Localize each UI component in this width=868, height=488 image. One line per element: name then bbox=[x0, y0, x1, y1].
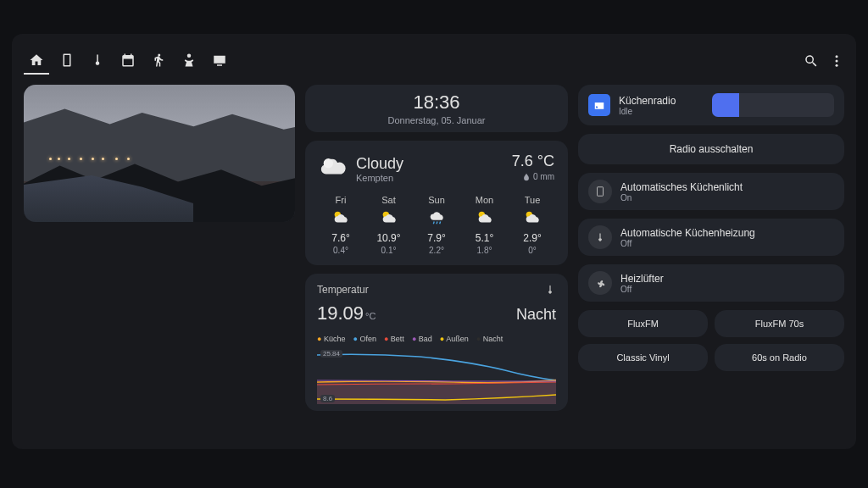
switch-kitchen-heating[interactable]: Automatische KüchenheizungOff bbox=[578, 219, 844, 256]
weather-card[interactable]: Cloudy Kempten 7.6 °C 0 mm Fri7.6°0.4° S… bbox=[305, 141, 568, 265]
svg-point-1 bbox=[836, 60, 838, 63]
thermometer-icon bbox=[588, 225, 612, 249]
forecast-row: Fri7.6°0.4° Sat10.9°0.1° Sun7.9°2.2° Mon… bbox=[319, 195, 554, 255]
temperature-value: 19.09°C bbox=[317, 302, 376, 324]
forecast-day[interactable]: Sun7.9°2.2° bbox=[415, 195, 459, 255]
clock-date: Donnerstag, 05. Januar bbox=[388, 115, 486, 125]
search-icon[interactable] bbox=[804, 53, 819, 69]
cloudy-icon bbox=[319, 152, 348, 185]
media-title: Küchenradio bbox=[619, 95, 704, 107]
preset-grid: FluxFM FluxFM 70s Classic Vinyl 60s on R… bbox=[578, 310, 844, 371]
radio-off-button[interactable]: Radio ausschalten bbox=[578, 134, 844, 164]
weather-precipitation: 0 mm bbox=[512, 172, 554, 181]
switch-kitchen-light[interactable]: Automatisches KüchenlichtOn bbox=[578, 173, 844, 210]
preset-button[interactable]: 60s on Radio bbox=[715, 344, 844, 371]
temperature-card[interactable]: Temperatur 19.09°C Nacht Küche Ofen Bett… bbox=[305, 274, 568, 411]
tab-display[interactable] bbox=[207, 47, 232, 75]
camera-card[interactable] bbox=[24, 85, 295, 222]
media-card[interactable]: Küchenradio Idle bbox=[578, 85, 844, 125]
temperature-legend: Küche Ofen Bett Bad Außen Nacht bbox=[317, 335, 556, 343]
clock-card[interactable]: 18:36 Donnerstag, 05. Januar bbox=[305, 85, 568, 132]
weather-location: Kempten bbox=[356, 173, 403, 183]
volume-slider[interactable] bbox=[712, 93, 834, 117]
svg-rect-8 bbox=[598, 187, 604, 197]
tab-devices[interactable] bbox=[54, 47, 80, 75]
tab-person[interactable] bbox=[146, 47, 171, 75]
thermometer-icon bbox=[544, 284, 556, 296]
temperature-state: Nacht bbox=[516, 306, 556, 324]
svg-point-2 bbox=[836, 64, 838, 67]
media-status: Idle bbox=[619, 107, 704, 116]
tab-calendar[interactable] bbox=[115, 47, 141, 75]
radio-icon bbox=[588, 94, 610, 116]
top-toolbar bbox=[24, 42, 844, 80]
overflow-icon[interactable] bbox=[829, 53, 844, 69]
svg-point-3 bbox=[324, 158, 333, 168]
preset-button[interactable]: Classic Vinyl bbox=[578, 344, 708, 371]
forecast-day[interactable]: Fri7.6°0.4° bbox=[319, 195, 363, 255]
preset-button[interactable]: FluxFM bbox=[578, 310, 708, 337]
forecast-day[interactable]: Sat10.9°0.1° bbox=[367, 195, 411, 255]
switch-fan-heater[interactable]: HeizlüfterOff bbox=[578, 264, 844, 302]
temperature-chart: 25.84 8.6 bbox=[317, 348, 556, 404]
weather-temperature: 7.6 °C bbox=[512, 152, 554, 170]
forecast-day[interactable]: Mon5.1°1.8° bbox=[463, 195, 507, 255]
nav-tabs bbox=[24, 47, 232, 75]
weather-condition: Cloudy bbox=[356, 155, 403, 173]
tab-climate[interactable] bbox=[85, 47, 110, 75]
fan-icon bbox=[588, 271, 612, 295]
preset-button[interactable]: FluxFM 70s bbox=[715, 310, 844, 337]
tab-home[interactable] bbox=[24, 47, 49, 75]
forecast-day[interactable]: Tue2.9°0° bbox=[510, 195, 554, 255]
svg-point-0 bbox=[836, 55, 838, 58]
clock-time: 18:36 bbox=[413, 92, 459, 114]
tab-presence[interactable] bbox=[176, 47, 202, 75]
tablet-icon bbox=[588, 180, 612, 203]
temperature-title: Temperatur bbox=[317, 284, 369, 296]
